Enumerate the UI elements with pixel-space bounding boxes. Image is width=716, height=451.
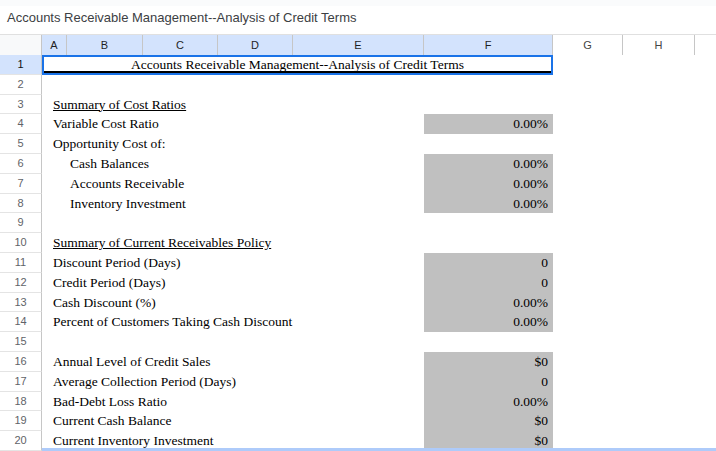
value-cell[interactable]: $0 xyxy=(424,352,553,372)
title-cell[interactable]: Accounts Receivable Management--Analysis… xyxy=(42,55,553,75)
label-cell[interactable]: Current Inventory Investment xyxy=(42,431,424,451)
label-cell[interactable]: Bad-Debt Loss Ratio xyxy=(42,392,424,412)
column-header-B[interactable]: B xyxy=(67,35,143,56)
label-cell[interactable]: Current Cash Balance xyxy=(42,411,424,431)
spreadsheet-window: Accounts Receivable Management--Analysis… xyxy=(0,0,716,451)
row-header-11[interactable]: 11 xyxy=(0,253,42,273)
row-header-12[interactable]: 12 xyxy=(0,273,42,293)
value-cell[interactable]: 0.00% xyxy=(424,194,553,214)
document-title-bar: Accounts Receivable Management--Analysis… xyxy=(0,6,716,34)
value-cell[interactable]: 0.00% xyxy=(424,174,553,194)
value-cell[interactable]: 0.00% xyxy=(424,392,553,412)
label-cell[interactable]: Credit Period (Days) xyxy=(42,273,424,293)
value-cell[interactable]: 0.00% xyxy=(424,312,553,332)
section-heading-cell[interactable]: Summary of Current Receivables Policy xyxy=(42,233,424,253)
row-header-16[interactable]: 16 xyxy=(0,352,42,372)
label-cell[interactable]: Cash Discount (%) xyxy=(42,293,424,313)
value-cell[interactable]: 0 xyxy=(424,372,553,392)
value-cell[interactable]: 0.00% xyxy=(424,114,553,134)
column-header-filler xyxy=(695,35,716,56)
row-header-2[interactable]: 2 xyxy=(0,75,42,95)
column-header-row: ABCDEFGH xyxy=(0,34,716,56)
row-header-9[interactable]: 9 xyxy=(0,213,42,233)
value-cell[interactable]: $0 xyxy=(424,411,553,431)
label-cell[interactable]: Percent of Customers Taking Cash Discoun… xyxy=(42,312,424,332)
row-header-1[interactable]: 1 xyxy=(0,55,42,75)
column-header-D[interactable]: D xyxy=(218,35,293,56)
label-cell[interactable]: Annual Level of Credit Sales xyxy=(42,352,424,372)
row-header-19[interactable]: 19 xyxy=(0,411,42,431)
column-header-G[interactable]: G xyxy=(553,35,623,56)
row-header-14[interactable]: 14 xyxy=(0,312,42,332)
row-header-3[interactable]: 3 xyxy=(0,95,42,115)
column-header-C[interactable]: C xyxy=(143,35,218,56)
label-cell[interactable]: Discount Period (Days) xyxy=(42,253,424,273)
select-all-corner[interactable] xyxy=(0,35,42,56)
row-header-17[interactable]: 17 xyxy=(0,372,42,392)
label-cell[interactable]: Variable Cost Ratio xyxy=(42,114,424,134)
label-cell[interactable]: Average Collection Period (Days) xyxy=(42,372,424,392)
value-cell[interactable]: 0.00% xyxy=(424,293,553,313)
column-header-A[interactable]: A xyxy=(42,35,67,56)
row-header-5[interactable]: 5 xyxy=(0,134,42,154)
row-header-13[interactable]: 13 xyxy=(0,293,42,313)
value-cell[interactable]: 0 xyxy=(424,273,553,293)
label-cell[interactable]: Opportunity Cost of: xyxy=(42,134,424,154)
row-header-10[interactable]: 10 xyxy=(0,233,42,253)
value-cell[interactable]: 0 xyxy=(424,253,553,273)
section-heading-cell[interactable]: Summary of Cost Ratios xyxy=(42,95,424,115)
row-header-8[interactable]: 8 xyxy=(0,194,42,214)
document-title: Accounts Receivable Management--Analysis… xyxy=(7,10,356,25)
column-header-F[interactable]: F xyxy=(424,35,553,56)
sheet-grid: 1Accounts Receivable Management--Analysi… xyxy=(0,55,716,451)
column-header-H[interactable]: H xyxy=(623,35,695,56)
column-header-E[interactable]: E xyxy=(293,35,424,56)
row-header-7[interactable]: 7 xyxy=(0,174,42,194)
row-header-4[interactable]: 4 xyxy=(0,114,42,134)
label-cell[interactable]: Accounts Receivable xyxy=(42,174,424,194)
row-header-18[interactable]: 18 xyxy=(0,392,42,412)
label-cell[interactable]: Inventory Investment xyxy=(42,194,424,214)
row-header-6[interactable]: 6 xyxy=(0,154,42,174)
row-header-20[interactable]: 20 xyxy=(0,431,42,451)
value-cell[interactable]: 0.00% xyxy=(424,154,553,174)
row-header-15[interactable]: 15 xyxy=(0,332,42,352)
label-cell[interactable]: Cash Balances xyxy=(42,154,424,174)
